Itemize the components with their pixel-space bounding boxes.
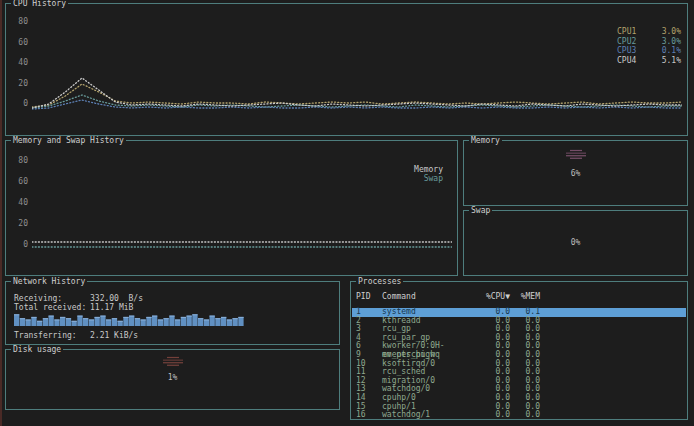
panel-title-processes: Processes [356,277,403,286]
transferring-label: Transferring: [14,331,90,340]
legend-item: CPU30.1% [617,46,681,56]
disk-percent: 1% [6,373,339,382]
y-tick-label: 0 [12,241,28,249]
panel-disk-usage: Disk usage 1% [5,349,340,410]
transferring-value: 2.21 KiB/s [90,331,138,340]
cpu-cell: 0.0 [478,411,510,420]
column-header-command[interactable]: Command [382,292,478,301]
network-total-row: Total received: 11.17 MiB [14,303,133,312]
memswap-legend: MemorySwap [414,165,443,183]
panel-network-history: Network History Receiving: 332.00 B/s To… [5,281,340,345]
process-row[interactable]: 16watchdog/10.00.0 [352,411,686,420]
cpu-legend: CPU13.0%CPU23.0%CPU30.1%CPU45.1% [617,27,681,65]
mem-cell: 0.0 [510,411,540,420]
command-cell: watchdog/1 [382,411,478,420]
y-tick-label: 80 [12,18,28,26]
panel-title-memory-swap: Memory and Swap History [11,136,126,145]
disk-gauge-icon [160,356,186,368]
y-tick-label: 0 [12,100,28,108]
receiving-value: 332.00 B/s [90,294,143,303]
column-header-mem[interactable]: %MEM [510,292,540,301]
legend-item: Swap [424,174,443,183]
pid-cell: 16 [356,411,382,420]
process-table-body: 1systemd0.00.12kthreadd0.00.03rcu_gp0.00… [352,308,686,420]
y-tick-label: 60 [12,178,28,186]
column-header-pid[interactable]: PID [356,292,382,301]
panel-title-disk: Disk usage [11,345,63,354]
panel-title-swap: Swap [469,206,492,215]
swap-percent: 0% [464,238,687,247]
total-received-value: 11.17 MiB [90,303,133,312]
memory-swap-history-chart [32,161,452,249]
y-tick-label: 20 [12,80,28,88]
network-sparkline [14,312,244,326]
panel-memory-gauge: Memory 6% [463,140,688,206]
memory-gauge-icon [563,149,589,161]
panel-title-network: Network History [11,277,87,286]
y-tick-label: 20 [12,220,28,228]
panel-title-memory: Memory [469,136,502,145]
network-transfer-row: Transferring: 2.21 KiB/s [14,331,138,340]
legend-item: Memory [414,165,443,174]
receiving-label: Receiving: [14,294,90,303]
panel-swap-gauge: Swap 0% [463,210,688,276]
total-received-label: Total received: [14,303,90,312]
system-monitor-screen: CPU History 806040200 CPU13.0%CPU23.0%CP… [0,0,694,426]
memory-percent: 6% [464,169,687,178]
network-receiving-row: Receiving: 332.00 B/s [14,294,143,303]
y-tick-label: 60 [12,39,28,47]
legend-item: CPU45.1% [617,56,681,66]
legend-item: CPU13.0% [617,27,681,37]
process-table-header: PIDCommand%CPU▼%MEM [352,292,686,301]
y-tick-label: 80 [12,157,28,165]
panel-processes: Processes PIDCommand%CPU▼%MEM 1systemd0.… [350,281,688,420]
cpu-history-chart [32,22,682,110]
panel-title-cpu-history: CPU History [11,0,68,8]
panel-cpu-history: CPU History 806040200 CPU13.0%CPU23.0%CP… [5,3,688,136]
legend-item: CPU23.0% [617,37,681,47]
terminal-left-edge [0,0,2,426]
panel-memory-swap-history: Memory and Swap History 806040200 Memory… [5,140,458,276]
y-tick-label: 40 [12,199,28,207]
y-tick-label: 40 [12,59,28,67]
column-header-cpu[interactable]: %CPU▼ [478,292,510,301]
